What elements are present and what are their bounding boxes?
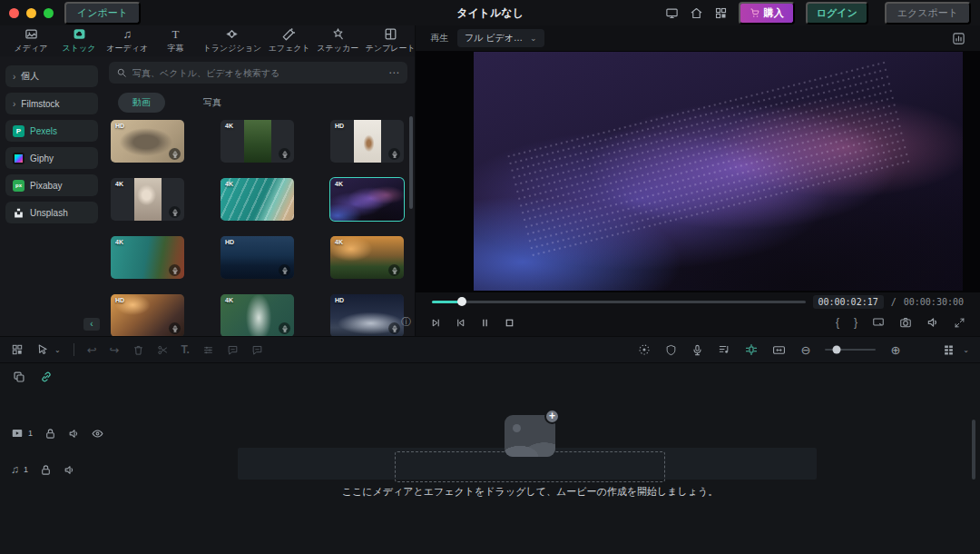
preview-quality-dropdown[interactable]: フル ビデオ… ⌄ xyxy=(457,29,544,47)
text-tool-button[interactable]: T. xyxy=(181,343,190,356)
stock-video-tile[interactable]: 4K xyxy=(220,120,294,163)
asset-tab-bar: メディア ストック ♫ オーディオ T 字幕 トランジション xyxy=(0,25,415,56)
home-icon[interactable] xyxy=(690,6,703,20)
pause-button[interactable] xyxy=(479,317,491,329)
sidebar-item-pixabay[interactable]: px Pixabay xyxy=(5,174,98,196)
pointer-tool-icon[interactable] xyxy=(36,343,49,356)
stop-button[interactable] xyxy=(504,317,515,329)
filter-video-tab[interactable]: 動画 xyxy=(118,93,165,113)
purchase-button[interactable]: 購入 xyxy=(739,2,795,25)
audio-mixer-icon[interactable] xyxy=(718,343,730,356)
media-manager-icon[interactable] xyxy=(11,343,24,356)
giphy-logo-icon xyxy=(13,153,24,164)
sidebar-item-unsplash[interactable]: Unsplash xyxy=(5,202,98,223)
minimize-window-button[interactable] xyxy=(26,8,36,18)
grid-scrollbar[interactable] xyxy=(409,116,413,209)
sidebar-item-filmstock[interactable]: › Filmstock xyxy=(5,93,98,114)
maximize-window-button[interactable] xyxy=(44,8,54,18)
split-scissors-button[interactable] xyxy=(157,344,169,356)
playhead-handle[interactable] xyxy=(457,297,466,306)
redo-button[interactable]: ↪ xyxy=(110,344,120,356)
tab-effects[interactable]: エフェクト xyxy=(269,27,309,54)
delete-button[interactable] xyxy=(132,344,144,356)
close-window-button[interactable] xyxy=(9,8,19,18)
tab-audio[interactable]: ♫ オーディオ xyxy=(107,27,148,54)
mirror-display-icon[interactable] xyxy=(872,316,885,329)
zoom-out-button[interactable]: ⊖ xyxy=(800,344,810,356)
seek-bar[interactable] xyxy=(432,301,806,303)
zoom-in-button[interactable]: ⊕ xyxy=(890,344,900,356)
timeline-zoom-slider[interactable] xyxy=(825,349,876,351)
stock-folder-icon xyxy=(73,27,86,41)
sidebar-item-personal[interactable]: › 個人 xyxy=(5,65,98,87)
collapse-sidebar-button[interactable]: ‹ xyxy=(83,318,100,331)
mute-track-icon[interactable] xyxy=(64,464,75,476)
stock-video-tile[interactable]: 4K xyxy=(111,236,184,279)
volume-icon[interactable] xyxy=(926,316,939,329)
workspace-layout-icon[interactable] xyxy=(714,6,728,20)
tab-templates[interactable]: テンプレート xyxy=(367,27,416,54)
lock-track-icon[interactable] xyxy=(44,428,56,440)
timeline-vertical-scrollbar[interactable] xyxy=(972,420,975,480)
adjust-properties-button[interactable] xyxy=(202,344,214,356)
pixabay-logo-icon: px xyxy=(13,180,24,192)
cart-icon xyxy=(750,7,760,18)
tab-stock[interactable]: ストック xyxy=(59,27,99,54)
audio-available-icon xyxy=(388,148,400,160)
hide-track-icon[interactable] xyxy=(92,428,103,440)
shield-icon[interactable] xyxy=(665,344,677,356)
text-to-speech-button[interactable] xyxy=(251,344,263,356)
render-preview-icon[interactable] xyxy=(638,343,651,356)
voiceover-mic-icon[interactable] xyxy=(691,344,703,356)
stock-video-tile[interactable]: HD xyxy=(111,120,184,163)
stock-video-tile[interactable]: 4K xyxy=(220,178,294,221)
import-button[interactable]: インポート xyxy=(64,2,141,25)
info-icon[interactable]: ⓘ xyxy=(401,315,411,329)
filter-photo-tab[interactable]: 写真 xyxy=(189,93,236,113)
preview-panel: 再生 フル ビデオ… ⌄ 00:00:02:17 / 00:00:30:00 xyxy=(416,25,980,336)
mark-out-button[interactable]: } xyxy=(854,316,858,329)
stock-video-tile[interactable]: 4K xyxy=(111,178,184,221)
stock-video-tile-selected[interactable]: 4K xyxy=(330,178,404,221)
search-input[interactable] xyxy=(132,68,383,78)
pointer-tool-caret[interactable]: ⌄ xyxy=(54,346,61,354)
track-height-icon[interactable] xyxy=(942,343,956,357)
preview-frame xyxy=(474,52,963,291)
keyframe-icon[interactable] xyxy=(772,343,786,357)
magnetic-timeline-icon[interactable] xyxy=(13,371,25,383)
tab-stickers[interactable]: ステッカー xyxy=(318,27,358,54)
export-button[interactable]: エクスポート xyxy=(885,2,971,25)
resolution-badge: 4K xyxy=(225,181,233,187)
stock-video-tile[interactable]: HD xyxy=(330,294,404,336)
add-media-plus-icon[interactable]: + xyxy=(544,409,560,424)
snapping-icon[interactable] xyxy=(745,343,758,356)
sidebar-item-giphy[interactable]: Giphy xyxy=(5,147,98,169)
login-button[interactable]: ログイン xyxy=(806,2,868,25)
stock-video-tile[interactable]: HD xyxy=(220,236,294,279)
stock-video-tile[interactable]: 4K xyxy=(330,236,404,279)
text-T-icon: T xyxy=(172,27,180,41)
fullscreen-icon[interactable] xyxy=(954,317,965,329)
zoom-slider-handle[interactable] xyxy=(832,346,840,354)
undo-button[interactable]: ↩ xyxy=(87,344,97,356)
mark-in-button[interactable]: { xyxy=(836,316,839,329)
more-options-icon[interactable]: ⋯ xyxy=(388,66,400,79)
stock-video-tile[interactable]: HD xyxy=(330,120,404,163)
display-icon[interactable] xyxy=(665,6,679,20)
snapshot-camera-icon[interactable] xyxy=(899,316,912,329)
speech-to-text-button[interactable] xyxy=(227,344,239,356)
track-height-caret[interactable]: ⌄ xyxy=(963,346,969,354)
tab-transition[interactable]: トランジション xyxy=(204,27,261,54)
tab-subtitle[interactable]: T 字幕 xyxy=(156,27,196,54)
stock-video-tile[interactable]: HD xyxy=(111,294,184,336)
tab-media[interactable]: メディア xyxy=(11,27,51,54)
link-clips-icon[interactable] xyxy=(40,371,53,383)
mute-track-icon[interactable] xyxy=(68,428,80,440)
stock-video-tile[interactable]: 4K xyxy=(220,294,294,336)
resolution-badge: 4K xyxy=(335,181,343,187)
sidebar-item-pexels[interactable]: P Pexels xyxy=(5,120,98,142)
scopes-icon[interactable] xyxy=(952,32,965,45)
next-frame-button[interactable] xyxy=(455,317,466,329)
lock-track-icon[interactable] xyxy=(40,464,52,476)
previous-frame-button[interactable] xyxy=(430,317,442,329)
